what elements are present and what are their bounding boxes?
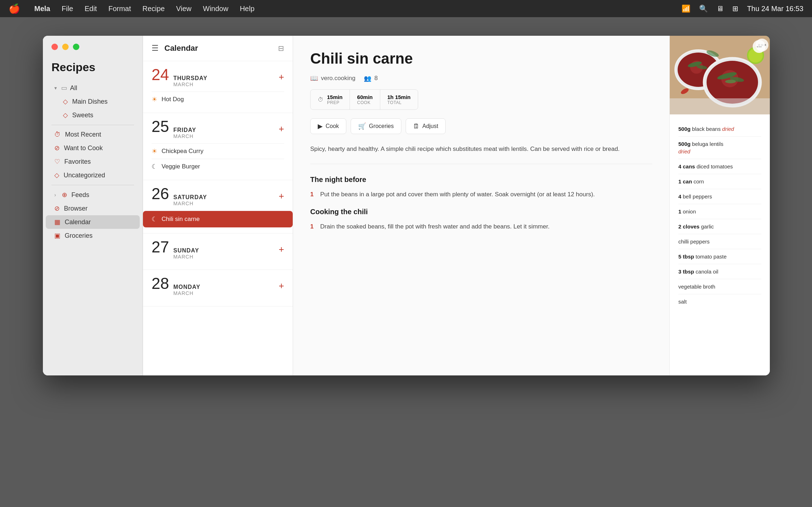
ingredient-name-5: bell peppers	[683, 193, 712, 200]
calendar-day-27: 27 SUNDAY MARCH +	[143, 233, 293, 270]
fullscreen-button[interactable]	[73, 44, 79, 50]
calendar-day-26-num: 26	[152, 186, 169, 202]
recipe-panel: Chili sin carne 📖 vero.cooking 👥 8 ⏱ 15m…	[293, 36, 670, 375]
sidebar-item-sweets[interactable]: ◇ Sweets	[46, 108, 140, 122]
adjust-icon: 🗓	[413, 123, 420, 130]
add-recipe-25-button[interactable]: +	[279, 123, 284, 134]
sidebar-item-main-dishes[interactable]: ◇ Main Dishes	[46, 95, 140, 108]
box-icon: ▭	[61, 84, 67, 92]
recipe-title: Chili sin carne	[310, 50, 652, 67]
people-icon: 👥	[364, 75, 371, 82]
calendar-day-28-info: MONDAY MARCH	[173, 284, 200, 296]
add-recipe-27-button[interactable]: +	[279, 244, 284, 255]
calendar-recipe-chickpea-curry[interactable]: ☀ Chickpea Curry	[152, 143, 284, 159]
sidebar-toggle-button[interactable]: ⊟	[278, 44, 284, 53]
calendar-recipe-veggie-burger[interactable]: ☾ Veggie Burger	[152, 159, 284, 174]
ingredient-item-3: 4 cans diced tomatoes	[678, 159, 761, 174]
sidebar-item-sweets-label: Sweets	[72, 112, 93, 119]
ingredient-amount-3: 4 cans	[678, 163, 697, 169]
sun-icon: ☀	[152, 95, 157, 103]
sidebar-item-most-recent[interactable]: ⏱ Most Recent	[46, 128, 140, 141]
calendar-day-28-month: MARCH	[173, 290, 200, 296]
menubar-app-name[interactable]: Mela	[34, 5, 50, 13]
traffic-lights	[51, 44, 79, 50]
sun-icon-2: ☀	[152, 147, 157, 155]
sidebar-item-want-to-cook[interactable]: ⊘ Want to Cook	[46, 141, 140, 155]
recipe-section-night-before: The night before	[310, 176, 652, 184]
menubar-format[interactable]: Format	[108, 5, 131, 13]
sidebar-item-calendar-label: Calendar	[65, 218, 91, 226]
recipe-veggie-burger-label: Veggie Burger	[162, 163, 200, 170]
ingredient-item-12: salt	[678, 294, 761, 309]
menubar-file[interactable]: File	[61, 5, 73, 13]
heart-icon: ♡	[54, 158, 60, 166]
calendar-day-27-month: MARCH	[173, 254, 199, 260]
svg-point-11	[725, 80, 736, 83]
more-button[interactable]: ···	[753, 40, 766, 53]
calendar-recipe-hot-dog[interactable]: ☀ Hot Dog	[152, 92, 284, 107]
calendar-day-24-left: 24 THURSDAY MARCH	[152, 67, 207, 87]
menubar-window[interactable]: Window	[203, 5, 228, 13]
sidebar-item-groceries[interactable]: ▣ Groceries	[46, 229, 140, 242]
ingredient-name-11: vegetable broth	[678, 284, 715, 290]
step-num-1: 1	[310, 189, 316, 199]
ingredient-item-7: 2 cloves garlic	[678, 219, 761, 234]
calendar-day-25-left: 25 FRIDAY MARCH	[152, 119, 196, 139]
minimize-button[interactable]	[62, 44, 69, 50]
sidebar-item-calendar[interactable]: ▦ Calendar	[46, 215, 140, 229]
sidebar-item-favorites[interactable]: ♡ Favorites	[46, 155, 140, 168]
add-recipe-28-button[interactable]: +	[279, 280, 284, 291]
sidebar-title: Recipes	[43, 61, 143, 81]
add-recipe-26-button[interactable]: +	[279, 191, 284, 202]
menubar-edit[interactable]: Edit	[85, 5, 97, 13]
recipe-cook-time: 60min COOK	[350, 90, 380, 109]
calendar-recipe-chili-sin-carne[interactable]: ☾ Chili sin carne	[143, 211, 293, 227]
recipe-prep-time-info: 15min PREP	[327, 94, 342, 105]
sidebar-item-uncategorized[interactable]: ◇ Uncategorized	[46, 168, 140, 182]
sidebar-item-all[interactable]: ▾ ▭ All	[46, 81, 140, 95]
control-center-icon[interactable]: ⊞	[732, 4, 738, 13]
calendar-day-28-left: 28 MONDAY MARCH	[152, 276, 200, 296]
recipe-step-2-text: Drain the soaked beans, fill the pot wit…	[320, 222, 550, 231]
recipe-prep-value: 15min	[327, 94, 342, 100]
ingredient-amount-4: 1 can	[678, 178, 694, 184]
adjust-button-label: Adjust	[422, 123, 438, 129]
chevron-down-icon: ▾	[54, 85, 57, 91]
groceries-button[interactable]: 🛒 Groceries	[351, 118, 401, 134]
sidebar-item-feeds[interactable]: › ⊕ Feeds	[46, 188, 140, 202]
sidebar-item-main-dishes-label: Main Dishes	[72, 98, 108, 105]
ingredients-panel: ··· 500g black beans dried 500g beluga l…	[670, 36, 770, 375]
sidebar-item-favorites-label: Favorites	[64, 158, 91, 166]
sidebar-item-browser[interactable]: ⊘ Browser	[46, 202, 140, 215]
datetime: Thu 24 Mar 16:53	[747, 5, 803, 13]
calendar-day-27-num: 27	[152, 239, 169, 255]
menubar-help[interactable]: Help	[240, 5, 254, 13]
search-icon[interactable]: 🔍	[699, 4, 708, 13]
recipe-chili-sin-carne-label: Chili sin carne	[162, 216, 200, 223]
chevron-right-icon: ›	[54, 192, 56, 198]
cook-button[interactable]: ▶ Cook	[310, 118, 346, 134]
calendar-header-title: Calendar	[164, 44, 272, 53]
ingredient-item-11: vegetable broth	[678, 279, 761, 294]
add-recipe-24-button[interactable]: +	[279, 72, 284, 83]
recipe-cook-label: COOK	[357, 100, 372, 105]
ingredient-amount-9: 5 tbsp	[678, 254, 695, 260]
calendar-day-26: 26 SATURDAY MARCH + ☾ Chili sin carne	[143, 180, 293, 233]
recipe-total-time-info: 1h 15min TOTAL	[387, 94, 411, 105]
rss-icon: ⊕	[62, 191, 67, 199]
calendar-day-26-name: SATURDAY	[173, 194, 207, 201]
close-button[interactable]	[51, 44, 58, 50]
adjust-button[interactable]: 🗓 Adjust	[406, 118, 446, 134]
calendar-day-25-month: MARCH	[173, 133, 196, 139]
calendar-day-24-info: THURSDAY MARCH	[173, 75, 207, 87]
menubar-recipe[interactable]: Recipe	[143, 5, 165, 13]
recipe-total-value: 1h 15min	[387, 94, 411, 100]
menubar-view[interactable]: View	[176, 5, 192, 13]
ingredient-amount-10: 3 tbsp	[678, 269, 695, 275]
calendar-day-26-header: 26 SATURDAY MARCH +	[152, 186, 284, 206]
recipe-prep-label: PREP	[327, 100, 342, 105]
calendar-day-24-header: 24 THURSDAY MARCH +	[152, 67, 284, 87]
sidebar-item-want-to-cook-label: Want to Cook	[64, 144, 103, 152]
ingredient-name-4: corn	[694, 178, 704, 184]
ingredient-item-4: 1 can corn	[678, 174, 761, 189]
